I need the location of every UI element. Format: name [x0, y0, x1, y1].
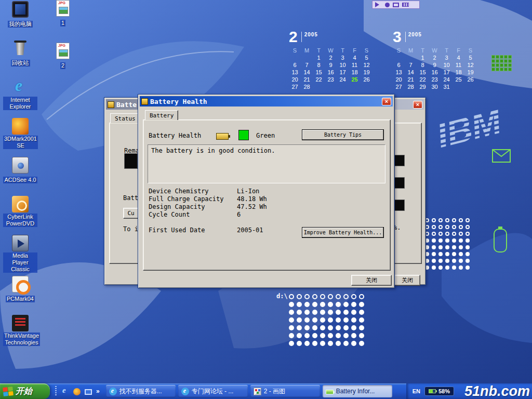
calendar-weekday: F	[349, 47, 361, 54]
dot	[445, 252, 449, 256]
dot	[320, 341, 325, 346]
dot	[445, 245, 449, 249]
dot	[466, 245, 470, 249]
quick-launch-handle[interactable]	[55, 386, 57, 396]
calendar-day: 13	[393, 69, 405, 76]
dot	[432, 225, 436, 229]
calendar-day: 1	[417, 54, 429, 61]
dot	[445, 259, 449, 263]
calendar-day: 21	[301, 76, 313, 83]
desktop-icon-thinkvantage[interactable]: ThinkVantage Technologies	[3, 315, 37, 351]
dot	[359, 302, 364, 307]
calendar-day: 15	[313, 69, 325, 76]
dot	[289, 310, 294, 315]
tab-battery[interactable]: Battery	[145, 110, 178, 120]
taskbar-task-3[interactable]: 2 - 画图	[250, 385, 320, 397]
dot	[466, 218, 470, 222]
drive-label: d:\	[276, 292, 288, 300]
dot	[343, 302, 349, 307]
ie-quicklaunch-icon[interactable]	[61, 387, 69, 395]
calendar-day: 22	[313, 76, 325, 83]
calendar-day: 10	[337, 61, 349, 69]
dot	[297, 325, 302, 330]
volume-icon[interactable]	[375, 2, 382, 7]
dot	[438, 225, 443, 229]
calendar-day	[464, 83, 476, 90]
taskbar-task-4[interactable]: Battery Infor...	[323, 385, 392, 397]
battery-cell-graphic	[393, 177, 405, 189]
keypad-grid-icon	[491, 55, 512, 71]
keyboard-icon[interactable]	[402, 3, 409, 7]
desktop-icon-3dmark[interactable]: 3DMark2001 SE	[3, 118, 37, 154]
taskbar-task-1[interactable]: 找不到服务器...	[106, 385, 176, 397]
desktop-icon-jpg-file[interactable]: 1	[48, 0, 78, 36]
desktop-icon-pcmark[interactable]: PCMark04	[3, 276, 37, 312]
close-button[interactable]: 关闭	[394, 275, 420, 286]
start-button[interactable]: 开始	[0, 383, 50, 399]
close-icon[interactable]: ×	[413, 101, 422, 109]
tray-battery-indicator[interactable]: 58%	[424, 387, 454, 396]
calendar-day: 8	[417, 61, 429, 69]
3dmark-icon	[12, 118, 29, 135]
desktop-icon-acdsee[interactable]: ACDSee 4.0	[3, 157, 37, 193]
jpg-file-icon	[56, 0, 70, 17]
close-button[interactable]: 关闭	[351, 275, 392, 286]
media-quicklaunch-icon[interactable]	[73, 388, 81, 395]
desktop-icon-label: 回收站	[11, 60, 30, 66]
dot	[459, 265, 463, 270]
dot	[289, 341, 294, 346]
dot	[359, 310, 364, 315]
field-label: Design Capacity	[149, 203, 205, 210]
desktop-icon-recycle-bin[interactable]: 回收站	[3, 40, 37, 76]
battery-health-titlebar[interactable]: Battery Health ×	[140, 96, 393, 107]
calendar-day: 20	[289, 76, 301, 83]
condition-textbox[interactable]: The battery is in good condition.	[148, 144, 385, 183]
calendar-separator	[405, 32, 406, 42]
first-used-date-value: 2005-01	[237, 227, 263, 234]
dot	[466, 238, 470, 243]
calendar-day: 18	[453, 69, 464, 76]
dot	[336, 325, 341, 330]
dot	[312, 310, 317, 315]
calendar-day: 26	[464, 76, 476, 83]
dot	[289, 333, 294, 338]
calendar-day: 28	[405, 83, 417, 90]
dot	[312, 302, 317, 307]
field-label: Full Charge Capacity	[149, 195, 224, 203]
desktop-icon-label: Internet Explorer	[3, 97, 37, 110]
taskbar-task-2[interactable]: 专门网论坛 - ...	[178, 385, 248, 397]
dot	[304, 333, 310, 338]
dot	[328, 302, 333, 307]
dot	[459, 232, 463, 236]
desktop-icon-mpc[interactable]: Media Player Classic	[3, 235, 37, 273]
dot	[343, 333, 349, 338]
desktop-icon-label: 1	[60, 20, 65, 26]
calendar-day: 24	[441, 76, 453, 83]
dot	[351, 325, 356, 330]
close-icon[interactable]: ×	[382, 98, 391, 105]
desktop-icon-powerdvd[interactable]: CyberLink PowerDVD	[3, 196, 37, 232]
calendar-day: 31	[441, 83, 453, 90]
dot	[289, 325, 294, 330]
calendar-weekday: M	[405, 47, 417, 54]
quick-launch-overflow-chevron[interactable]: »	[96, 388, 100, 395]
dot	[297, 317, 302, 323]
dot	[452, 265, 456, 270]
desktop-icon-ie[interactable]: Internet Explorer	[3, 79, 37, 115]
mpc-icon	[12, 235, 29, 251]
health-status-text: Green	[256, 132, 275, 139]
desktop-icon-jpg-file[interactable]: 2	[48, 43, 78, 79]
first-used-date-label: First Used Date	[149, 227, 205, 234]
calendar-day: 28	[301, 83, 313, 90]
desktop-icon-my-computer[interactable]: 我的电脑	[3, 1, 37, 37]
calendar-day: 11	[453, 61, 464, 69]
desktop-quicklaunch-icon[interactable]	[85, 389, 92, 395]
desktop-icon-label: CyberLink PowerDVD	[3, 214, 37, 227]
calendar-day: 24	[337, 76, 349, 83]
tab-status[interactable]: Status	[110, 113, 140, 123]
calendar-day: 17	[441, 69, 453, 76]
display-icon[interactable]	[393, 3, 399, 7]
brightness-icon[interactable]	[385, 3, 390, 7]
battery-health-dialog[interactable]: Battery Health × Battery Battery Health …	[138, 94, 395, 288]
language-indicator[interactable]: EN	[413, 388, 420, 394]
